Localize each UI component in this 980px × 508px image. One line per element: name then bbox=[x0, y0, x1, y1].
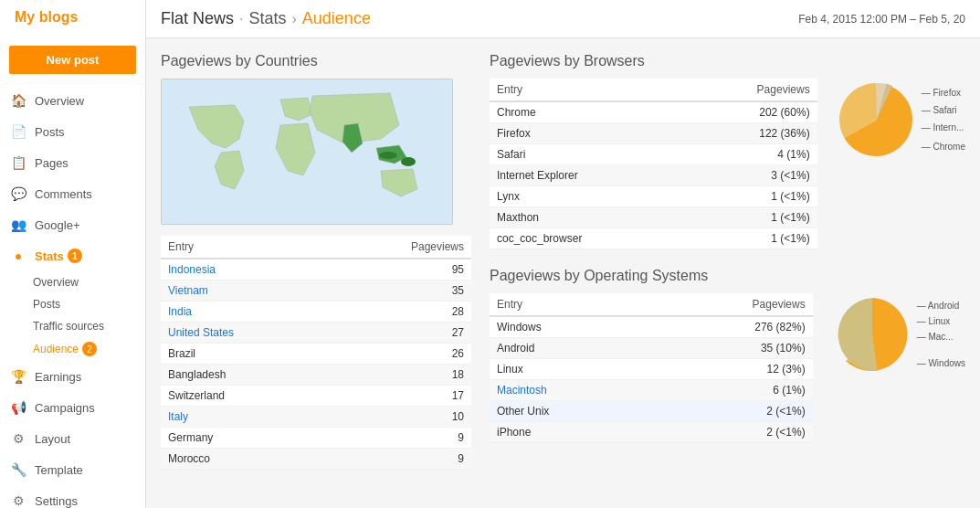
os-section: Pageviews by Operating Systems Entry Pag… bbox=[490, 268, 965, 443]
browsers-pie-wrapper: — Firefox — Safari — Intern... — Chrome bbox=[836, 79, 965, 161]
countries-title: Pageviews by Countries bbox=[161, 53, 471, 69]
countries-col-pageviews: Pageviews bbox=[330, 236, 471, 259]
date-range: Feb 4, 2015 12:00 PM – Feb 5, 20 bbox=[798, 13, 965, 26]
posts-icon: 📄 bbox=[9, 122, 27, 141]
browsers-legend-safari: — Safari bbox=[922, 105, 965, 115]
browsers-col-entry: Entry bbox=[490, 79, 685, 101]
countries-col-entry: Entry bbox=[161, 236, 330, 259]
sub-nav-label-overview: Overview bbox=[33, 276, 79, 289]
countries-table-row: Switzerland17 bbox=[161, 386, 471, 407]
new-post-button[interactable]: New post bbox=[9, 46, 136, 74]
sub-nav-posts[interactable]: Posts bbox=[26, 293, 145, 315]
countries-entry-cell[interactable]: India bbox=[161, 302, 330, 323]
countries-pageviews-cell: 17 bbox=[330, 386, 471, 407]
breadcrumb: Flat News · Stats › Audience bbox=[161, 9, 371, 28]
my-blogs-link[interactable]: My blogs bbox=[0, 0, 145, 35]
sidebar-item-campaigns[interactable]: 📢 Campaigns bbox=[0, 392, 145, 423]
countries-pageviews-cell: 9 bbox=[330, 428, 471, 449]
countries-entry-cell: Morocco bbox=[161, 449, 330, 470]
countries-table-row: India28 bbox=[161, 302, 471, 323]
os-pageviews-cell: 276 (82%) bbox=[650, 316, 813, 338]
sidebar-item-template[interactable]: 🔧 Template bbox=[0, 454, 145, 485]
content-area: Pageviews by Countries bbox=[146, 38, 980, 508]
sub-nav-traffic[interactable]: Traffic sources bbox=[26, 315, 145, 337]
sidebar-item-earnings[interactable]: 🏆 Earnings bbox=[0, 361, 145, 392]
os-legend-windows: — Windows bbox=[917, 358, 965, 368]
browsers-table-row: Lynx1 (<1%) bbox=[490, 186, 817, 207]
breadcrumb-arrow: › bbox=[292, 11, 297, 27]
sidebar-label-overview: Overview bbox=[35, 94, 84, 108]
countries-pageviews-cell: 18 bbox=[330, 365, 471, 386]
countries-entry-cell: Bangladesh bbox=[161, 365, 330, 386]
countries-table: Entry Pageviews Indonesia95Vietnam35Indi… bbox=[161, 236, 471, 470]
breadcrumb-audience[interactable]: Audience bbox=[302, 9, 371, 28]
countries-entry-cell[interactable]: Italy bbox=[161, 407, 330, 428]
sub-nav-label-traffic: Traffic sources bbox=[33, 320, 104, 333]
browsers-entry-cell: coc_coc_browser bbox=[490, 228, 685, 249]
os-pie-labels: — Android — Linux — Mac... — Windows bbox=[917, 301, 965, 368]
os-table-row: Linux12 (3%) bbox=[490, 359, 813, 380]
os-legend-android: — Android bbox=[917, 301, 965, 311]
browsers-table-row: coc_coc_browser1 (<1%) bbox=[490, 228, 817, 249]
os-pageviews-cell: 35 (10%) bbox=[650, 338, 813, 359]
os-table: Entry Pageviews Windows276 (82%)Android3… bbox=[490, 293, 813, 443]
sidebar-item-layout[interactable]: ⚙ Layout bbox=[0, 423, 145, 454]
os-legend-mac: — Mac... bbox=[917, 332, 965, 342]
sidebar-item-posts[interactable]: 📄 Posts bbox=[0, 116, 145, 147]
os-entry-cell: Other Unix bbox=[490, 401, 650, 422]
os-table-row: Macintosh6 (1%) bbox=[490, 380, 813, 401]
countries-table-row: Indonesia95 bbox=[161, 259, 471, 280]
browsers-legend-firefox: — Firefox bbox=[922, 88, 965, 98]
os-pageviews-cell: 2 (<1%) bbox=[650, 401, 813, 422]
browsers-col-pageviews: Pageviews bbox=[685, 79, 817, 101]
os-legend-linux: — Linux bbox=[917, 316, 965, 326]
sidebar-label-layout: Layout bbox=[35, 432, 70, 446]
browsers-entry-cell: Chrome bbox=[490, 101, 685, 123]
sidebar-item-stats[interactable]: ● Stats 1 bbox=[0, 240, 145, 271]
browsers-pageviews-cell: 4 (1%) bbox=[685, 144, 817, 165]
world-map bbox=[161, 79, 453, 225]
stats-badge: 1 bbox=[68, 249, 82, 263]
sidebar-item-overview[interactable]: 🏠 Overview bbox=[0, 85, 145, 116]
browsers-entry-cell: Safari bbox=[490, 144, 685, 165]
countries-entry-cell[interactable]: Vietnam bbox=[161, 280, 330, 302]
browsers-pageviews-cell: 202 (60%) bbox=[685, 101, 817, 123]
os-table-wrapper: Entry Pageviews Windows276 (82%)Android3… bbox=[490, 293, 813, 443]
browsers-table-row: Internet Explorer3 (<1%) bbox=[490, 165, 817, 186]
browsers-pageviews-cell: 122 (36%) bbox=[685, 123, 817, 144]
browsers-table: Entry Pageviews Chrome202 (60%)Firefox12… bbox=[490, 79, 817, 249]
browsers-pageviews-cell: 3 (<1%) bbox=[685, 165, 817, 186]
breadcrumb-stats[interactable]: Stats bbox=[248, 9, 286, 28]
countries-table-row: United States27 bbox=[161, 323, 471, 344]
countries-pageviews-cell: 95 bbox=[330, 259, 471, 280]
pages-icon: 📋 bbox=[9, 153, 27, 172]
google-plus-icon: 👥 bbox=[9, 216, 27, 234]
main-content: Flat News · Stats › Audience Feb 4, 2015… bbox=[146, 0, 980, 508]
browsers-pageviews-cell: 1 (<1%) bbox=[685, 207, 817, 228]
countries-table-row: Italy10 bbox=[161, 407, 471, 428]
browsers-entry-cell: Internet Explorer bbox=[490, 165, 685, 186]
stats-icon: ● bbox=[9, 247, 27, 265]
sub-nav-overview[interactable]: Overview bbox=[26, 271, 145, 293]
sub-nav-audience[interactable]: Audience 2 bbox=[26, 337, 145, 361]
sidebar-label-stats: Stats bbox=[35, 249, 64, 263]
os-entry-cell[interactable]: Macintosh bbox=[490, 380, 650, 401]
countries-entry-cell[interactable]: United States bbox=[161, 323, 330, 344]
os-pageviews-cell: 6 (1%) bbox=[650, 380, 813, 401]
countries-table-row: Germany9 bbox=[161, 428, 471, 449]
countries-entry-cell[interactable]: Indonesia bbox=[161, 259, 330, 280]
svg-point-1 bbox=[401, 157, 416, 166]
os-col-pageviews: Pageviews bbox=[650, 293, 813, 316]
settings-icon: ⚙ bbox=[9, 492, 27, 508]
browsers-chart-section: Entry Pageviews Chrome202 (60%)Firefox12… bbox=[490, 79, 965, 249]
sidebar-item-pages[interactable]: 📋 Pages bbox=[0, 147, 145, 178]
countries-pageviews-cell: 28 bbox=[330, 302, 471, 323]
browsers-entry-cell: Maxthon bbox=[490, 207, 685, 228]
sidebar-item-google-plus[interactable]: 👥 Google+ bbox=[0, 209, 145, 240]
blog-name[interactable]: Flat News bbox=[161, 9, 234, 28]
browsers-legend-chrome: — Chrome bbox=[922, 142, 965, 152]
sidebar-item-settings[interactable]: ⚙ Settings bbox=[0, 485, 145, 508]
sidebar-item-comments[interactable]: 💬 Comments bbox=[0, 178, 145, 209]
my-blogs-label: My blogs bbox=[15, 9, 78, 26]
countries-table-row: Morocco9 bbox=[161, 449, 471, 470]
